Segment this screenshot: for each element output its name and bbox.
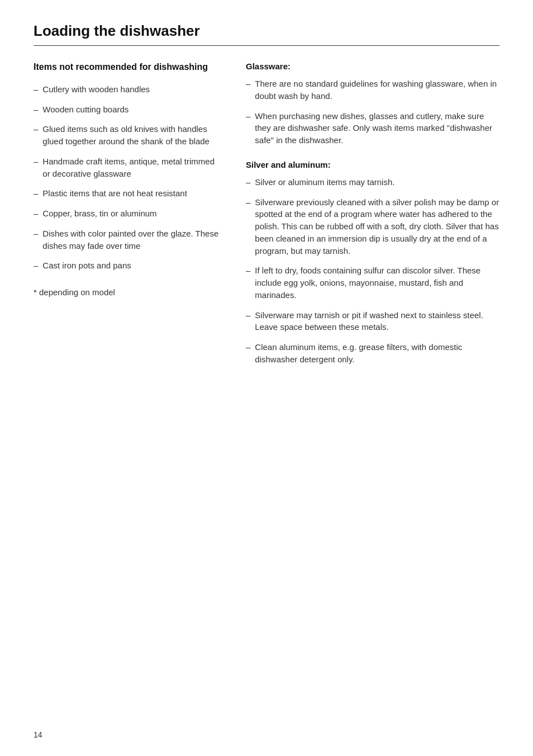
list-item: –Dishes with color painted over the glaz… [34,228,223,252]
dash-icon: – [246,264,250,277]
page-title: Loading the dishwasher [34,22,499,46]
dash-icon: – [246,196,250,209]
list-item: –Handmade craft items, antique, metal tr… [34,155,223,180]
list-item: –Copper, brass, tin or aluminum [34,207,223,220]
dash-icon: – [34,207,38,220]
dash-icon: – [246,78,250,90]
list-item: –Silverware previously cleaned with a si… [246,196,499,257]
dash-icon: – [34,155,38,168]
list-item: –Silver or aluminum items may tarnish. [246,176,499,188]
dash-icon: – [34,123,38,135]
page-number: 14 [34,730,42,739]
list-item: –Silverware may tarnish or pit if washed… [246,309,499,334]
list-item: –Cast iron pots and pans [34,259,223,272]
dash-icon: – [34,103,38,116]
dash-icon: – [246,176,250,188]
list-item: –Clean aluminum items, e.g. grease filte… [246,341,499,366]
right-column: Glassware: –There are no standard guidel… [246,62,499,374]
list-item: –Glued items such as old knives with han… [34,123,223,148]
list-item: –Cutlery with wooden handles [34,83,223,96]
content-area: Items not recommended for dishwashing –C… [34,62,499,374]
silver-aluminum-list: –Silver or aluminum items may tarnish.–S… [246,176,499,366]
glassware-heading: Glassware: [246,62,499,71]
dash-icon: – [34,187,38,200]
not-recommended-list: –Cutlery with wooden handles–Wooden cutt… [34,83,223,272]
list-item: –There are no standard guidelines for wa… [246,78,499,102]
list-item: –When purchasing new dishes, glasses and… [246,110,499,147]
silver-aluminum-heading: Silver and aluminum: [246,160,499,169]
list-item: –If left to dry, foods containing sulfur… [246,264,499,301]
list-item: –Wooden cutting boards [34,103,223,116]
left-section-heading: Items not recommended for dishwashing [34,62,223,73]
dash-icon: – [34,259,38,272]
dash-icon: – [34,83,38,96]
dash-icon: – [246,110,250,122]
glassware-list: –There are no standard guidelines for wa… [246,78,499,147]
left-column: Items not recommended for dishwashing –C… [34,62,223,374]
dash-icon: – [34,228,38,240]
dash-icon: – [246,341,250,353]
footnote: * depending on model [34,287,223,297]
dash-icon: – [246,309,250,322]
list-item: –Plastic items that are not heat resista… [34,187,223,200]
